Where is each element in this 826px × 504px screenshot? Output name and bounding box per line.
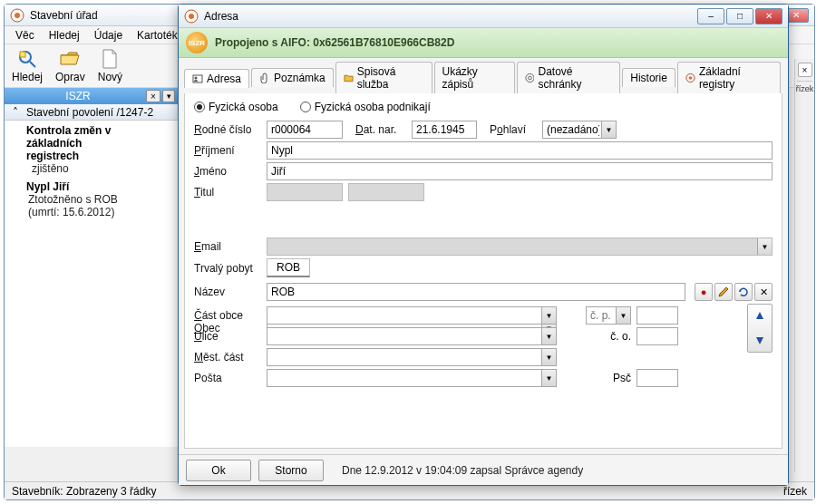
- radio-dot-icon: [194, 102, 205, 112]
- search-icon: [16, 48, 38, 70]
- iszr-bar: ISZR × ▾: [5, 88, 180, 104]
- tab-datove[interactable]: Datové schránky: [517, 62, 621, 93]
- select-email[interactable]: ▼: [267, 237, 773, 256]
- tab-label: Poznámka: [274, 72, 326, 84]
- record-button[interactable]: ●: [695, 283, 713, 301]
- select-ulice-value[interactable]: [267, 327, 557, 345]
- pencil-icon: [718, 286, 729, 297]
- chevron-down-icon[interactable]: ▼: [541, 370, 556, 386]
- edit-button[interactable]: [714, 283, 733, 301]
- sidebar-item-title: Kontrola změn v: [26, 124, 173, 137]
- input-nazev[interactable]: [267, 283, 685, 301]
- menu-vec[interactable]: Věc: [10, 28, 40, 43]
- tool-novy[interactable]: Nový: [98, 48, 122, 83]
- select-mest[interactable]: ▼: [267, 348, 557, 366]
- svg-line-3: [30, 62, 35, 67]
- refresh-button[interactable]: [734, 283, 753, 301]
- label-rodne: Rodné číslo: [194, 123, 261, 136]
- sidebar-item-line: (umrtí: 15.6.2012): [28, 206, 173, 218]
- footer-message: Dne 12.9.2012 v 19:04:09 zapsal Správce …: [342, 464, 583, 477]
- label-co: č. o.: [586, 330, 631, 343]
- tab-label: Ukázky zápisů: [442, 65, 507, 91]
- modal-tabs: Adresa Poznámka Spisová služba Ukázky zá…: [179, 58, 788, 93]
- tab-historie[interactable]: Historie: [622, 68, 675, 87]
- label-posta: Pošta: [194, 372, 261, 384]
- sort-updown-button[interactable]: [747, 304, 773, 353]
- menu-hledej[interactable]: Hledej: [44, 28, 85, 43]
- chevron-down-icon[interactable]: ▼: [616, 307, 630, 324]
- select-pohlavi[interactable]: ▼: [542, 121, 617, 139]
- radio-dot-icon: [300, 102, 311, 112]
- tool-oprav[interactable]: Oprav: [55, 48, 85, 83]
- chevron-down-icon[interactable]: ▼: [541, 307, 556, 324]
- input-rodne[interactable]: [267, 121, 343, 139]
- select-posta[interactable]: ▼: [267, 369, 557, 387]
- tool-hledej[interactable]: Hledej: [12, 48, 43, 83]
- select-mest-value[interactable]: [267, 348, 557, 366]
- statusbar-right: řízek: [783, 485, 807, 498]
- sidebar-header[interactable]: ˄ Stavební povolení /1247-2: [5, 104, 180, 121]
- tab-adresa[interactable]: Adresa: [184, 69, 249, 88]
- tab-trvaly-rob[interactable]: ROB: [267, 258, 310, 277]
- tab-label: Historie: [630, 72, 667, 84]
- select-cp-type[interactable]: ▼: [586, 306, 631, 325]
- sidebar-item-line: Ztotožněno s ROB: [28, 193, 173, 206]
- menu-udaje[interactable]: Údaje: [89, 28, 128, 43]
- svg-point-1: [15, 13, 20, 18]
- tab-spisova[interactable]: Spisová služba: [335, 62, 432, 93]
- paperclip-icon: [259, 73, 270, 83]
- storno-button[interactable]: Storno: [258, 460, 324, 481]
- delete-button[interactable]: ✕: [754, 283, 773, 301]
- sort-arrows-icon: [755, 310, 764, 346]
- label-pohlavi: Pohlaví: [490, 123, 537, 136]
- input-titul-after[interactable]: [348, 183, 424, 201]
- label-email: Email: [194, 240, 261, 253]
- modal-max-button[interactable]: □: [726, 8, 753, 24]
- tab-zakladni[interactable]: Základní registry: [677, 62, 781, 93]
- input-jmeno[interactable]: [267, 162, 773, 180]
- modal-titlebar[interactable]: Adresa – □ ✕: [179, 5, 788, 28]
- refresh-icon: [738, 286, 749, 297]
- ok-button[interactable]: Ok: [186, 460, 251, 481]
- aifo-text: Propojeno s AIFO: 0x62561B76810E966CB82D: [215, 36, 454, 49]
- form-area: Fyzická osoba Fyzická osoba podnikají Ro…: [184, 93, 782, 449]
- chevron-down-icon[interactable]: ▼: [541, 328, 556, 344]
- sidebar-item-line: základních: [26, 137, 173, 150]
- folder-open-icon: [59, 48, 81, 70]
- select-cast[interactable]: ▼: [267, 306, 557, 325]
- select-ulice[interactable]: ▼: [267, 327, 557, 345]
- sidebar-item[interactable]: Kontrola změn v základních registrech zj…: [26, 124, 173, 175]
- iszr-close-button[interactable]: ×: [146, 90, 160, 102]
- modal-close-button[interactable]: ✕: [755, 8, 782, 24]
- input-datnar[interactable]: [412, 121, 477, 139]
- sidebar-item[interactable]: Nypl Jiří Ztotožněno s ROB (umrtí: 15.6.…: [26, 180, 173, 218]
- select-email-value[interactable]: [267, 237, 773, 256]
- select-posta-value[interactable]: [267, 369, 557, 387]
- input-co[interactable]: [637, 327, 678, 345]
- label-titul: Titul: [194, 186, 261, 199]
- right-strip-close[interactable]: ×: [798, 63, 812, 77]
- tab-ukazky[interactable]: Ukázky zápisů: [434, 62, 515, 93]
- input-titul-before[interactable]: [267, 183, 343, 201]
- sidebar-body: Kontrola změn v základních registrech zj…: [5, 121, 180, 447]
- chevron-down-icon[interactable]: ▼: [541, 349, 556, 365]
- input-psc[interactable]: [637, 369, 678, 387]
- tab-poznamka[interactable]: Poznámka: [251, 68, 334, 87]
- tab-label: Adresa: [207, 73, 241, 85]
- label-datnar: Dat. nar.: [355, 123, 406, 136]
- iszr-expand-button[interactable]: ▾: [162, 90, 175, 102]
- parent-right-strip: × řízek: [794, 59, 814, 472]
- chevron-down-icon[interactable]: ▼: [757, 238, 772, 255]
- statusbar-left: Stavebník: Zobrazeny 3 řádky: [12, 485, 156, 498]
- chevron-down-icon[interactable]: ▼: [601, 121, 616, 138]
- label-nazev: Název: [194, 286, 261, 298]
- aifo-ribbon: ISZR Propojeno s AIFO: 0x62561B76810E966…: [179, 28, 788, 58]
- sidebar-item-line: registrech: [26, 150, 173, 162]
- radio-fyzicka[interactable]: Fyzická osoba: [194, 101, 278, 113]
- radio-podnikajici[interactable]: Fyzická osoba podnikají: [300, 101, 431, 113]
- input-cp[interactable]: [637, 306, 678, 325]
- modal-min-button[interactable]: –: [697, 8, 724, 24]
- select-cast-value[interactable]: [267, 306, 557, 325]
- input-prijmeni[interactable]: [267, 141, 773, 160]
- target-icon: [685, 73, 695, 83]
